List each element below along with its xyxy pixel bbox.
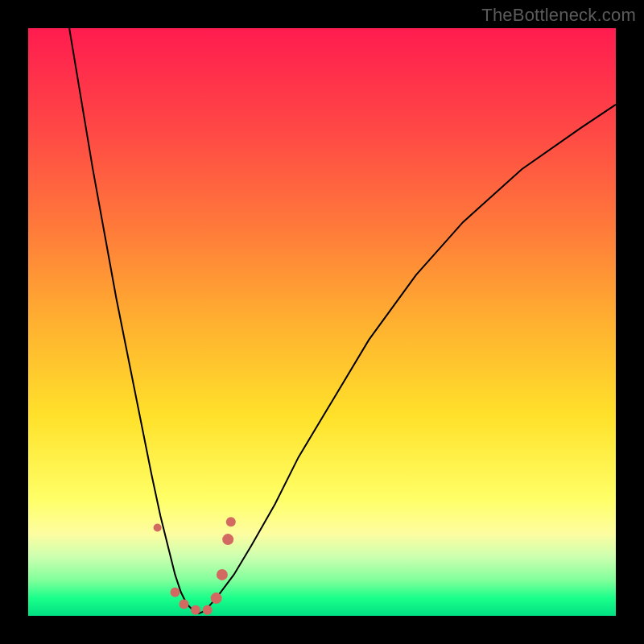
chart-frame: TheBottleneck.com [0,0,644,644]
highlight-dot [180,599,189,609]
highlight-dot [203,605,213,615]
highlight-dots-group [154,517,236,615]
highlight-dot [217,569,228,580]
bottleneck-curve [69,28,616,613]
bottleneck-curve-svg [28,28,616,616]
watermark-text: TheBottleneck.com [481,5,636,26]
highlight-dot [191,605,200,615]
highlight-dot [154,524,162,532]
plot-area [28,28,616,616]
highlight-dot [171,588,180,597]
highlight-dot [211,592,222,604]
highlight-dot [222,534,233,545]
highlight-dot [226,517,236,526]
